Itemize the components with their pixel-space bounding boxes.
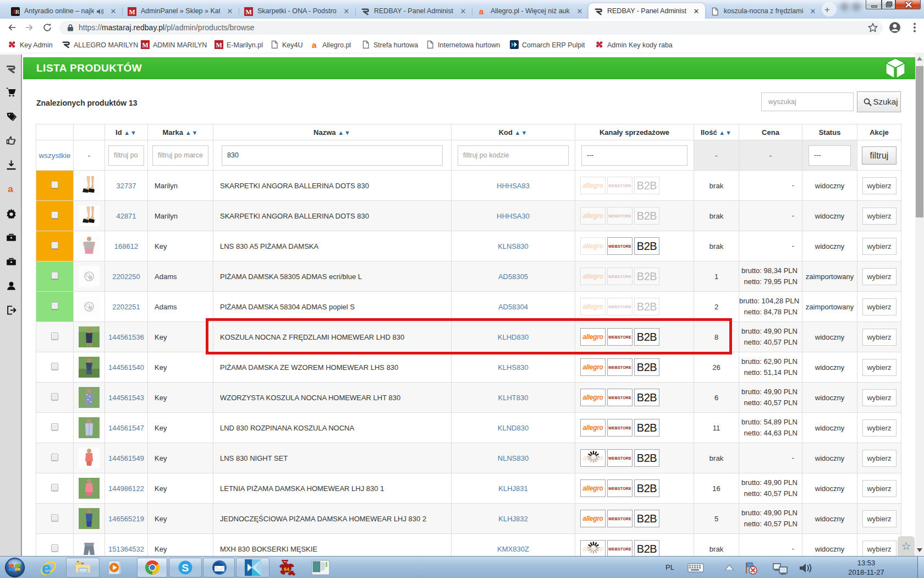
svg-text:M: M — [246, 8, 252, 16]
svg-text:a: a — [8, 183, 13, 194]
svg-text:a: a — [479, 7, 484, 16]
svg-text:M: M — [142, 41, 148, 49]
svg-text:M: M — [216, 41, 222, 49]
svg-text:S: S — [182, 562, 189, 574]
svg-text:M: M — [129, 8, 135, 16]
svg-text:64: 64 — [284, 566, 289, 572]
svg-text:a: a — [312, 40, 317, 49]
svg-text:R: R — [15, 9, 20, 15]
svg-text:e: e — [42, 559, 51, 577]
